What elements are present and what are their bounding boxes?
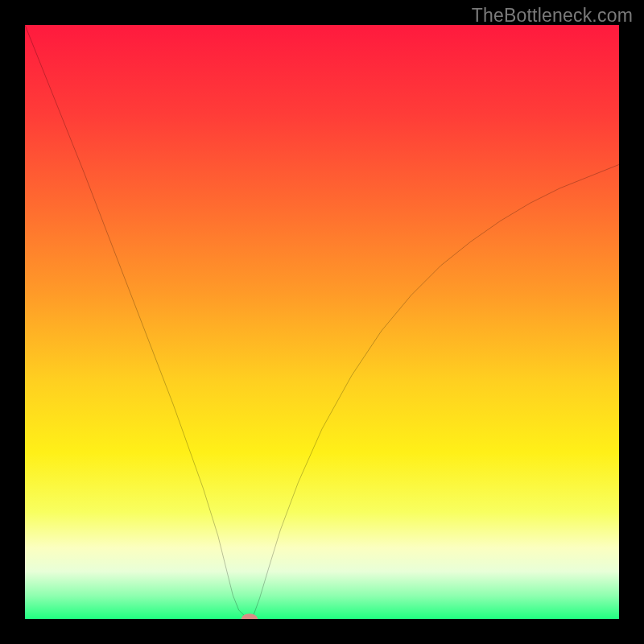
chart-frame: TheBottleneck.com — [0, 0, 644, 644]
gradient-background — [25, 25, 619, 619]
bottleneck-chart — [25, 25, 619, 619]
watermark-text: TheBottleneck.com — [472, 5, 633, 27]
plot-area — [25, 25, 619, 619]
